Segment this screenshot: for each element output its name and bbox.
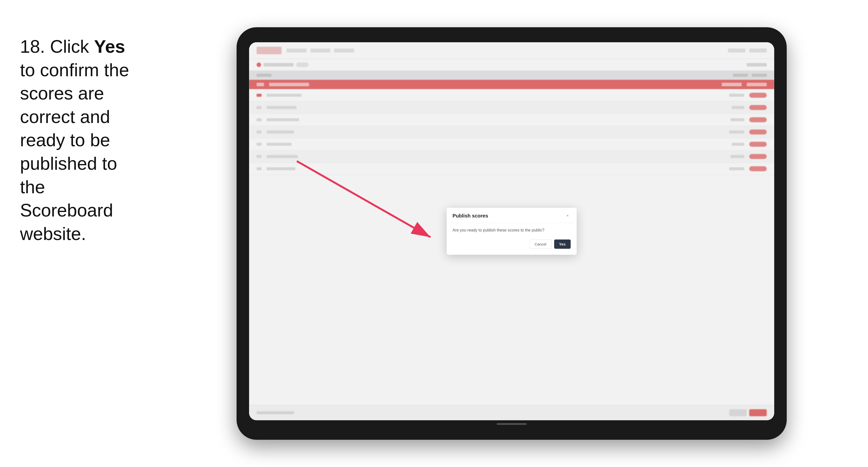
dialog-message: Are you ready to publish these scores to… <box>453 228 571 232</box>
yes-button[interactable]: Yes <box>554 240 571 249</box>
dialog-header: Publish scores × <box>446 208 577 223</box>
dialog-overlay: Publish scores × Are you ready to publis… <box>249 42 774 420</box>
dialog-body: Are you ready to publish these scores to… <box>446 223 577 255</box>
page-layout: 18. Click Yes to confirm the scores are … <box>0 0 868 467</box>
dialog-close-button[interactable]: × <box>565 213 571 219</box>
tablet-device: Publish scores × Are you ready to publis… <box>237 27 787 440</box>
dialog-title: Publish scores <box>453 213 488 219</box>
instruction-panel: 18. Click Yes to confirm the scores are … <box>0 20 155 260</box>
cancel-button[interactable]: Cancel <box>529 240 552 249</box>
tablet-wrapper: Publish scores × Are you ready to publis… <box>155 10 868 457</box>
tablet-screen: Publish scores × Are you ready to publis… <box>249 42 774 420</box>
publish-scores-dialog: Publish scores × Are you ready to publis… <box>446 208 577 255</box>
yes-keyword: Yes <box>94 36 125 57</box>
dialog-actions: Cancel Yes <box>453 240 571 249</box>
app-content: Publish scores × Are you ready to publis… <box>249 42 774 420</box>
tablet-home-bar <box>497 423 527 425</box>
